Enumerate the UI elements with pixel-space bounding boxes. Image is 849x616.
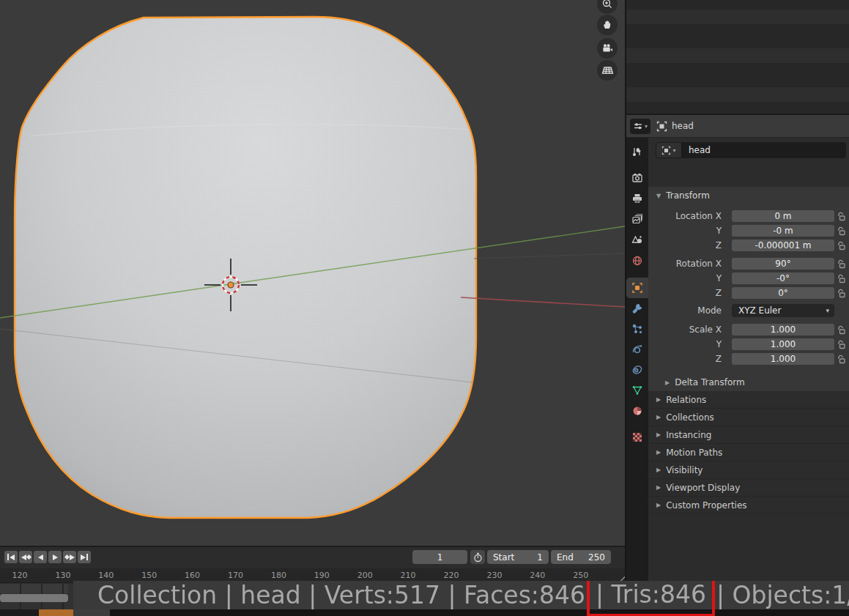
bottom-strip-orange bbox=[39, 609, 73, 616]
tab-output[interactable] bbox=[626, 188, 648, 209]
ruler-frame-number: 150 bbox=[141, 571, 157, 580]
mesh-head-object bbox=[15, 17, 476, 518]
tris-highlight-box: | Tris:846 bbox=[587, 581, 715, 616]
triangle-right-icon: ▶ bbox=[656, 484, 661, 491]
object-origin-dot bbox=[228, 282, 234, 288]
editor-type-button[interactable]: ▾ bbox=[630, 119, 650, 134]
axis-line-red bbox=[461, 297, 625, 307]
ruler-frame-number: 210 bbox=[401, 571, 416, 580]
transform-panel-header[interactable]: ▼ Transform bbox=[648, 187, 849, 204]
panel-collections[interactable]: ▶ Collections bbox=[648, 409, 849, 426]
ruler-frame-number: 220 bbox=[444, 571, 459, 580]
lock-open-icon[interactable] bbox=[837, 274, 845, 286]
rotation-x-field[interactable]: 90° bbox=[732, 258, 834, 270]
rotation-mode-value: XYZ Euler bbox=[738, 305, 781, 316]
rotation-y-field[interactable]: -0° bbox=[732, 272, 834, 284]
3d-viewport[interactable] bbox=[0, 0, 625, 546]
lock-open-icon[interactable] bbox=[837, 226, 845, 238]
play-button[interactable] bbox=[48, 551, 62, 563]
location-z-field[interactable]: -0.000001 m bbox=[732, 240, 834, 251]
lock-open-icon[interactable] bbox=[837, 241, 845, 253]
panel-visibility[interactable]: ▶ Visibility bbox=[648, 461, 849, 479]
outliner-editor[interactable] bbox=[626, 0, 849, 114]
prev-keyframe-button[interactable] bbox=[19, 551, 32, 563]
triangle-right-icon: ▶ bbox=[656, 449, 661, 456]
ruler-frame-number: 120 bbox=[12, 571, 28, 580]
next-keyframe-button[interactable] bbox=[63, 551, 76, 563]
tool-icon bbox=[634, 148, 641, 155]
tab-object-data[interactable] bbox=[626, 380, 648, 401]
mesh-data-icon bbox=[633, 386, 642, 394]
tris-count: | Tris:846 bbox=[596, 581, 706, 609]
stopwatch-icon bbox=[473, 552, 483, 563]
ruler-frame-number: 200 bbox=[357, 571, 373, 580]
scale-x-label: Scale X bbox=[641, 324, 722, 335]
transform-panel: ▼ Transform Location X0 m Y-0 m Z-0.0000… bbox=[648, 187, 849, 391]
panel-relations[interactable]: ▶ Relations bbox=[648, 391, 849, 409]
tab-material[interactable] bbox=[626, 401, 648, 421]
tab-tool[interactable] bbox=[626, 141, 648, 162]
scale-y-label: Y bbox=[641, 339, 722, 349]
ruler-frame-number: 140 bbox=[98, 571, 114, 580]
ruler-frame-number: 170 bbox=[228, 571, 243, 580]
properties-header: ▾ head bbox=[626, 115, 849, 138]
panel-label: Viewport Display bbox=[666, 483, 740, 493]
end-label: End bbox=[557, 552, 574, 563]
timeline-horizontal-scrollbar[interactable] bbox=[0, 594, 68, 602]
panel-motion-paths[interactable]: ▶ Motion Paths bbox=[648, 444, 849, 461]
lock-open-icon[interactable] bbox=[837, 289, 845, 300]
properties-editor: ▾ head bbox=[626, 115, 849, 616]
auto-keying-stopwatch-button[interactable] bbox=[470, 550, 485, 564]
stats-post-text: | Objects:1/1 | 2.90 bbox=[716, 581, 849, 609]
camera-view-icon bbox=[601, 42, 614, 54]
lock-open-icon[interactable] bbox=[837, 212, 845, 223]
viewport-pan-button[interactable] bbox=[597, 15, 618, 35]
particles-icon bbox=[633, 324, 642, 333]
viewport-perspective-button[interactable] bbox=[597, 60, 618, 81]
tab-render[interactable] bbox=[626, 168, 648, 188]
lock-open-icon[interactable] bbox=[837, 340, 845, 352]
object-icon bbox=[656, 121, 667, 132]
location-x-field[interactable]: 0 m bbox=[732, 210, 834, 222]
object-name-field[interactable]: head bbox=[682, 142, 846, 158]
rotation-z-field[interactable]: 0° bbox=[732, 287, 834, 299]
object-name-value: head bbox=[689, 145, 711, 155]
triangle-right-icon: ▶ bbox=[656, 502, 661, 508]
location-y-field[interactable]: -0 m bbox=[732, 225, 834, 237]
rotation-z-label: Z bbox=[641, 288, 722, 298]
panel-viewport-display[interactable]: ▶ Viewport Display bbox=[648, 479, 849, 497]
chevron-down-icon: ▾ bbox=[672, 147, 675, 154]
ruler-frame-number: 230 bbox=[486, 571, 502, 580]
lock-open-icon[interactable] bbox=[837, 325, 845, 337]
scale-y-field[interactable]: 1.000 bbox=[732, 338, 834, 350]
scale-z-field[interactable]: 1.000 bbox=[732, 353, 834, 365]
ruler-frame-number: 180 bbox=[271, 571, 286, 580]
rotation-mode-dropdown[interactable]: XYZ Euler▾ bbox=[732, 304, 834, 317]
blender-window: ▾ head bbox=[0, 0, 849, 616]
pan-hand-icon bbox=[601, 19, 613, 31]
output-printer-icon bbox=[633, 194, 642, 203]
lock-open-icon[interactable] bbox=[837, 355, 845, 366]
start-value: 1 bbox=[537, 552, 543, 563]
panel-instancing[interactable]: ▶ Instancing bbox=[648, 426, 849, 444]
panel-label: Collections bbox=[666, 412, 714, 423]
triangle-down-icon: ▼ bbox=[656, 193, 661, 199]
jump-to-end-button[interactable] bbox=[78, 551, 91, 563]
properties-content: ▾ head ▼ Transform Location X0 m Y-0 m Z… bbox=[648, 138, 849, 616]
delta-transform-panel-header[interactable]: ▶ Delta Transform bbox=[648, 374, 849, 391]
end-frame-field[interactable]: End 250 bbox=[551, 550, 611, 564]
delta-transform-label: Delta Transform bbox=[675, 377, 745, 387]
jump-to-start-button[interactable] bbox=[4, 551, 18, 563]
viewport-camera-button[interactable] bbox=[597, 38, 618, 59]
scale-x-field[interactable]: 1.000 bbox=[732, 324, 834, 335]
id-type-dropdown[interactable]: ▾ bbox=[656, 142, 682, 158]
start-frame-field[interactable]: Start 1 bbox=[487, 550, 549, 564]
current-frame-field[interactable]: 1 bbox=[412, 550, 467, 564]
start-label: Start bbox=[493, 552, 514, 563]
bottom-strip-dark bbox=[0, 609, 39, 616]
lock-open-icon[interactable] bbox=[837, 259, 845, 271]
panel-custom-properties[interactable]: ▶ Custom Properties bbox=[648, 497, 849, 514]
panel-label: Motion Paths bbox=[666, 448, 722, 458]
play-reverse-button[interactable] bbox=[34, 551, 47, 563]
tab-texture[interactable] bbox=[626, 427, 648, 448]
